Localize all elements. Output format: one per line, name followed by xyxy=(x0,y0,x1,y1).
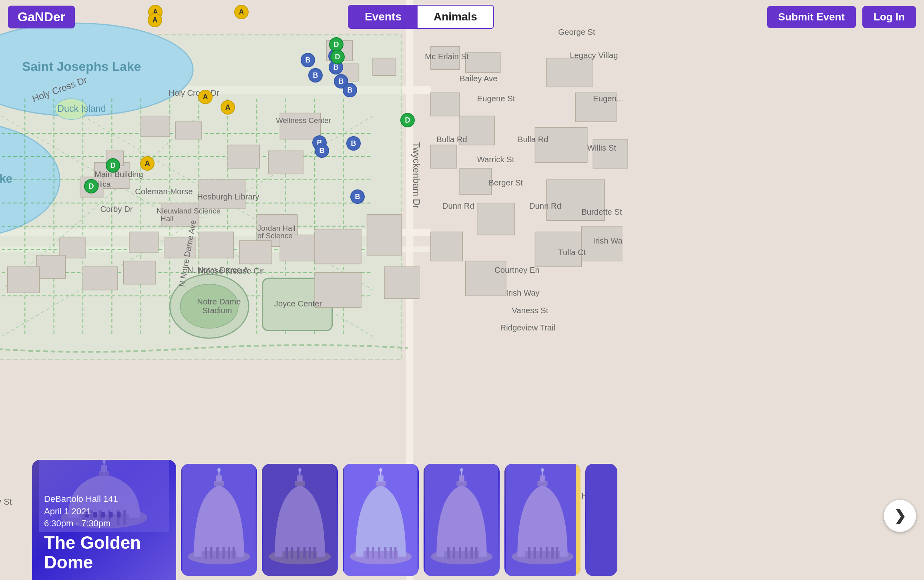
marker-b-7: B xyxy=(346,136,361,151)
svg-text:Dunn Rd: Dunn Rd xyxy=(442,201,474,210)
marker-b-10: B xyxy=(350,189,365,204)
svg-point-230 xyxy=(541,468,544,472)
svg-text:Ridgeview Trail: Ridgeview Trail xyxy=(500,323,555,332)
carousel-item-6[interactable] xyxy=(585,464,617,576)
marker-d-3: D xyxy=(400,113,415,127)
svg-text:Legacy Villag: Legacy Villag xyxy=(570,51,618,60)
tab-events[interactable]: Events xyxy=(349,6,418,28)
svg-rect-78 xyxy=(477,203,515,235)
svg-text:Dunn Rd: Dunn Rd xyxy=(529,201,561,210)
svg-rect-50 xyxy=(141,116,170,137)
svg-rect-62 xyxy=(36,255,65,278)
svg-rect-197 xyxy=(378,547,380,559)
svg-rect-195 xyxy=(366,547,369,559)
marker-b-6: B xyxy=(343,83,357,97)
nav-tabs: Events Animals xyxy=(348,5,494,29)
svg-rect-54 xyxy=(129,232,158,252)
svg-rect-76 xyxy=(431,145,457,168)
svg-text:Hesburgh Library: Hesburgh Library xyxy=(197,192,259,201)
carousel-item-3[interactable] xyxy=(343,464,419,576)
marker-a-5: A xyxy=(221,100,235,115)
svg-text:Vaness St: Vaness St xyxy=(512,306,548,315)
svg-rect-187 xyxy=(313,547,316,559)
marker-d-4: D xyxy=(106,158,120,173)
carousel-item-5[interactable] xyxy=(504,464,581,576)
svg-text:Duck Island: Duck Island xyxy=(57,103,106,114)
marker-d-5: D xyxy=(84,179,98,193)
svg-text:Corby Dr: Corby Dr xyxy=(100,205,133,213)
svg-rect-228 xyxy=(540,475,545,481)
header: GaNDer Events Animals Submit Event Log I… xyxy=(0,0,924,34)
svg-rect-223 xyxy=(540,547,542,559)
logo-button[interactable]: GaNDer xyxy=(8,6,75,28)
svg-rect-211 xyxy=(465,547,468,559)
main-card-info: DeBartolo Hall 141 April 1 2021 6:30pm -… xyxy=(44,493,164,530)
submit-event-button[interactable]: Submit Event xyxy=(767,6,856,28)
main-card-date: April 1 2021 xyxy=(44,506,91,516)
svg-rect-73 xyxy=(373,58,396,75)
carousel-item-1[interactable] xyxy=(181,464,257,576)
marker-a-4: A xyxy=(198,90,213,104)
svg-rect-222 xyxy=(534,547,536,559)
svg-rect-221 xyxy=(528,547,530,559)
svg-rect-170 xyxy=(210,547,213,559)
svg-text:Willis St: Willis St xyxy=(587,143,616,152)
svg-rect-171 xyxy=(216,547,219,559)
carousel-item-4[interactable] xyxy=(424,464,500,576)
svg-rect-209 xyxy=(453,547,455,559)
svg-text:Notre Dame: Notre Dame xyxy=(197,297,241,306)
carousel-container: DeBartolo Hall 141 April 1 2021 6:30pm -… xyxy=(0,460,924,580)
svg-rect-202 xyxy=(378,475,384,481)
svg-rect-186 xyxy=(309,547,311,559)
svg-text:Mc Erlain St: Mc Erlain St xyxy=(425,52,469,61)
svg-text:Wellness Center: Wellness Center xyxy=(276,116,331,125)
svg-rect-57 xyxy=(239,241,271,264)
marker-d-2: D xyxy=(330,50,345,64)
svg-text:Main Building: Main Building xyxy=(94,170,143,179)
svg-rect-213 xyxy=(475,547,478,559)
svg-text:Coleman-Morse: Coleman-Morse xyxy=(135,187,193,196)
svg-rect-51 xyxy=(176,122,202,139)
main-card-title: The Golden Dome xyxy=(44,533,164,572)
svg-text:Eugen...: Eugen... xyxy=(593,94,623,103)
svg-rect-215 xyxy=(459,475,464,481)
svg-rect-183 xyxy=(291,547,293,559)
svg-text:Eugene St: Eugene St xyxy=(477,94,515,103)
svg-text:Tulla Ct: Tulla Ct xyxy=(558,248,586,257)
marker-b-5: B xyxy=(308,68,323,83)
marker-a-6: A xyxy=(140,156,155,171)
svg-rect-173 xyxy=(228,547,230,559)
svg-rect-224 xyxy=(546,547,548,559)
svg-text:Irish Wa: Irish Wa xyxy=(593,236,623,245)
svg-point-204 xyxy=(379,468,382,472)
svg-rect-81 xyxy=(384,267,419,299)
svg-rect-212 xyxy=(470,547,473,559)
main-event-card[interactable]: DeBartolo Hall 141 April 1 2021 6:30pm -… xyxy=(32,460,176,580)
svg-text:Twyckenbam Dr: Twyckenbam Dr xyxy=(411,142,422,209)
svg-rect-169 xyxy=(205,547,207,559)
svg-rect-172 xyxy=(223,547,225,559)
svg-text:Joyce Center: Joyce Center xyxy=(274,299,322,308)
svg-rect-200 xyxy=(394,547,397,559)
svg-text:Berger St: Berger St xyxy=(489,178,523,187)
svg-rect-196 xyxy=(372,547,374,559)
svg-text:Warrick St: Warrick St xyxy=(477,155,514,164)
carousel-next-button[interactable]: ❯ xyxy=(884,500,916,532)
svg-text:Burdette St: Burdette St xyxy=(581,207,622,216)
svg-rect-210 xyxy=(459,547,461,559)
svg-text:Saint Josephs Lake: Saint Josephs Lake xyxy=(22,59,141,74)
svg-text:Saint Marys Lake: Saint Marys Lake xyxy=(0,172,12,185)
svg-text:Bulla Rd: Bulla Rd xyxy=(518,135,548,144)
svg-rect-226 xyxy=(556,547,558,559)
svg-rect-85 xyxy=(535,128,587,163)
svg-rect-79 xyxy=(431,232,463,261)
svg-text:Stadium: Stadium xyxy=(202,306,232,315)
tab-animals[interactable]: Animals xyxy=(418,6,493,28)
svg-rect-74 xyxy=(431,93,460,116)
carousel-item-2[interactable] xyxy=(262,464,338,576)
svg-rect-65 xyxy=(123,261,155,284)
carousel-items xyxy=(176,460,924,580)
svg-rect-198 xyxy=(384,547,387,559)
login-button[interactable]: Log In xyxy=(862,6,916,28)
svg-rect-60 xyxy=(367,215,402,255)
